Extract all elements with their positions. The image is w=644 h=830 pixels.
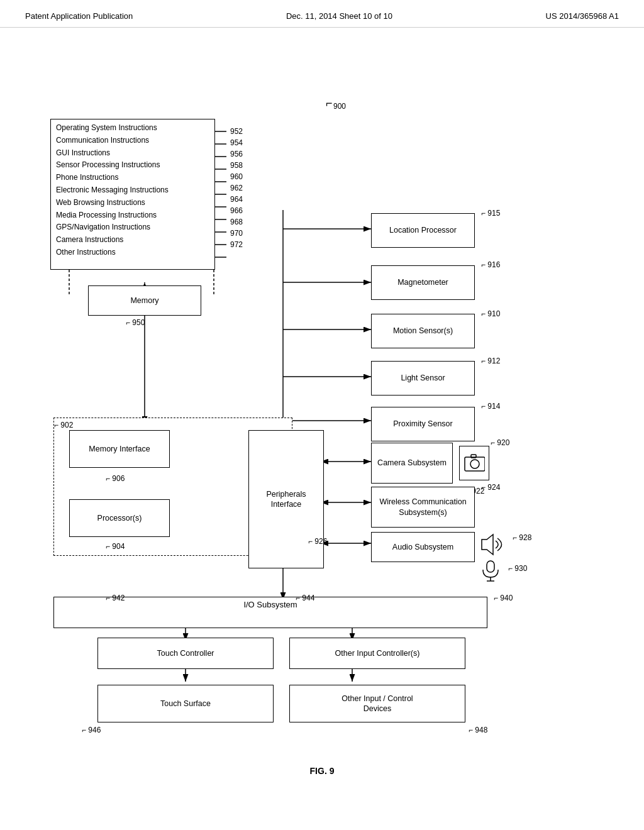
ref-916: ⌐ 916: [481, 260, 500, 269]
camera-subsystem-box: Camera Subsystem: [371, 443, 453, 484]
ref-966: 966: [230, 206, 243, 215]
list-item: Communication Instructions: [56, 135, 209, 147]
page-header: Patent Application Publication Dec. 11, …: [0, 0, 644, 28]
magnetometer-box: Magnetometer: [371, 265, 475, 300]
camera-subsystem-label: Camera Subsystem: [377, 458, 447, 468]
ref-912: ⌐ 912: [481, 357, 500, 365]
list-item: Web Browsing Instructions: [56, 197, 209, 209]
motion-sensors-label: Motion Sensor(s): [393, 326, 453, 336]
ref-964: 964: [230, 195, 243, 204]
processors-box: Processor(s): [69, 499, 170, 537]
ref-906: ⌐ 906: [106, 474, 125, 483]
ref-952: 952: [230, 127, 243, 136]
memory-label: Memory: [130, 296, 158, 306]
camera-icon-box: [459, 446, 489, 480]
magnetometer-label: Magnetometer: [397, 277, 448, 287]
list-item: Operating System Instructions: [56, 122, 209, 135]
proximity-sensor-box: Proximity Sensor: [371, 407, 475, 441]
ref-924: ⌐ 924: [481, 483, 500, 492]
ref-948: ⌐ 948: [469, 726, 487, 734]
wireless-comm-label: Wireless Communication Subsystem(s): [375, 497, 470, 517]
ref-962: 962: [230, 184, 243, 192]
ref-944: ⌐ 944: [296, 594, 314, 602]
figure-label: FIG. 9: [310, 766, 335, 776]
audio-subsystem-box: Audio Subsystem: [371, 532, 475, 562]
other-input-devices-box: Other Input / ControlDevices: [289, 685, 465, 722]
ref-956: 956: [230, 150, 243, 158]
header-right: US 2014/365968 A1: [546, 11, 619, 21]
list-item: Electronic Messaging Instructions: [56, 184, 209, 197]
ref-930: ⌐ 930: [508, 564, 527, 573]
ref-942: ⌐ 942: [106, 594, 125, 602]
touch-controller-box: Touch Controller: [97, 638, 274, 669]
svg-rect-46: [487, 561, 494, 572]
ref-915: ⌐ 915: [481, 209, 500, 218]
header-center: Dec. 11, 2014 Sheet 10 of 10: [286, 11, 392, 21]
processors-label: Processor(s): [97, 513, 142, 523]
peripherals-interface-box: PeripheralsInterface: [248, 430, 324, 568]
light-sensor-box: Light Sensor: [371, 361, 475, 396]
other-input-controller-box: Other Input Controller(s): [289, 638, 465, 669]
io-subsystem-label: I/O Subsystem: [243, 600, 297, 611]
list-item: Other Instructions: [56, 246, 209, 259]
svg-marker-45: [482, 534, 493, 555]
memory-instructions-list: Operating System Instructions Communicat…: [50, 119, 215, 270]
ref-910: ⌐ 910: [481, 309, 500, 318]
list-item: Phone Instructions: [56, 172, 209, 184]
ref-954: 954: [230, 138, 243, 147]
other-input-controller-label: Other Input Controller(s): [335, 648, 420, 658]
ref-972: 972: [230, 240, 243, 249]
header-left: Patent Application Publication: [25, 11, 133, 21]
memory-box: Memory: [88, 285, 201, 316]
ref-902: ⌐ 902: [54, 421, 73, 429]
location-processor-box: Location Processor: [371, 213, 475, 248]
memory-interface-box: Memory Interface: [69, 430, 170, 468]
ref-914: ⌐ 914: [481, 402, 500, 411]
camera-icon: [464, 452, 485, 475]
ref-940: ⌐ 940: [494, 594, 513, 602]
ref-968: 968: [230, 218, 243, 226]
location-processor-label: Location Processor: [389, 225, 457, 235]
ref-900: 900: [333, 102, 346, 111]
ref-946: ⌐ 946: [82, 726, 101, 734]
audio-subsystem-label: Audio Subsystem: [392, 542, 453, 552]
microphone-icon: [479, 560, 502, 584]
motion-sensors-box: Motion Sensor(s): [371, 314, 475, 348]
brace-900: ⌐: [326, 97, 333, 110]
ref-920: ⌐ 920: [491, 438, 509, 447]
ref-958: 958: [230, 161, 243, 170]
svg-point-43: [470, 460, 479, 468]
touch-surface-label: Touch Surface: [160, 699, 211, 709]
list-item: GUI Instructions: [56, 147, 209, 160]
ref-960: 960: [230, 172, 243, 181]
light-sensor-label: Light Sensor: [401, 373, 445, 383]
svg-rect-44: [471, 455, 476, 458]
wireless-comm-box: Wireless Communication Subsystem(s): [371, 487, 475, 528]
instruction-list-items: Operating System Instructions Communicat…: [56, 122, 209, 259]
touch-controller-label: Touch Controller: [157, 648, 214, 658]
ref-970: 970: [230, 229, 243, 238]
peripherals-interface-label: PeripheralsInterface: [266, 489, 306, 510]
ref-926: ⌐ 926: [308, 537, 327, 546]
memory-interface-label: Memory Interface: [89, 444, 150, 454]
list-item: Media Processing Instructions: [56, 209, 209, 222]
list-item: Sensor Processing Instructions: [56, 159, 209, 172]
ref-950: ⌐ 950: [126, 318, 145, 327]
other-input-devices-label: Other Input / ControlDevices: [341, 694, 413, 714]
diagram-area: 900 ⌐ Operating System Instructions Comm…: [0, 34, 644, 788]
proximity-sensor-label: Proximity Sensor: [393, 419, 452, 429]
list-item: Camera Instructions: [56, 234, 209, 246]
speaker-icon: [479, 531, 507, 560]
ref-928: ⌐ 928: [513, 533, 531, 542]
touch-surface-box: Touch Surface: [97, 685, 274, 722]
ref-904: ⌐ 904: [106, 542, 125, 551]
list-item: GPS/Navigation Instructions: [56, 221, 209, 234]
